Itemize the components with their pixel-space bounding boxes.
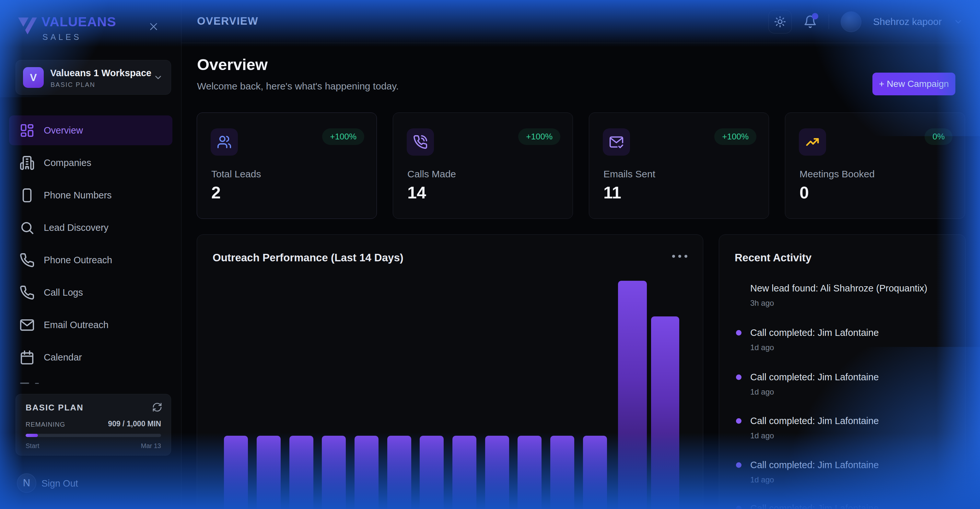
valueans-logo-icon [18,17,38,36]
workspace-avatar: V [23,67,44,88]
theme-toggle-button[interactable] [768,10,792,34]
plan-usage-card: BASIC PLAN REMAINING 909 / 1,000 MIN Sta… [16,394,171,455]
sidebar-item-lead-discovery[interactable]: Lead Discovery [9,213,172,243]
stat-value: 14 [407,183,426,202]
chevron-down-icon[interactable] [953,17,963,27]
sidebar-item-phone-numbers[interactable]: Phone Numbers [9,180,172,210]
clipped-nav-item-sliver [35,383,39,384]
activity-time: 1d ago [750,343,774,352]
dashboard-icon [19,123,35,138]
sidebar-item-calendar[interactable]: Calendar [9,342,172,372]
workspace-name: Valueans 1 Workspace [50,68,151,78]
page-subtitle: Welcome back, here's what's happening to… [197,81,399,92]
sidebar-item-label: Email Outreach [44,320,108,330]
sidebar-item-label: Calendar [44,352,82,363]
chart-bar [517,436,541,509]
phone-icon [19,285,35,300]
stat-change-badge: +100% [322,128,364,145]
sidebar-item-overview[interactable]: Overview [9,115,172,145]
sidebar-item-label: Companies [44,158,91,168]
sidebar-item-phone-outreach[interactable]: Phone Outreach [9,245,172,275]
sidebar-item-label: Phone Outreach [44,255,112,265]
chevron-down-icon [153,73,163,82]
page-title: Overview [197,56,268,73]
sidebar: VALUEANS SALES V Valueans 1 Workspace BA… [0,0,181,509]
sign-out-label: Sign Out [41,478,78,489]
activity-dot-icon [736,418,741,424]
activity-text: Call completed: Jim Lafontaine [750,327,879,338]
remaining-label: REMAINING [25,421,65,428]
activity-text: Call completed: Jim Lafontaine [750,503,879,509]
sidebar-item-email-outreach[interactable]: Email Outreach [9,310,172,340]
chart-bar [387,436,411,509]
chart-bar [355,436,379,509]
sidebar-item-companies[interactable]: Companies [9,148,172,178]
stat-icon-tile [603,128,630,156]
recent-activity-card: Recent Activity New lead found: Ali Shah… [719,235,966,509]
new-campaign-button[interactable]: + New Campaign [872,73,955,95]
bar-chart [197,235,703,509]
workspace-selector[interactable]: V Valueans 1 Workspace BASIC PLAN [16,60,171,95]
sidebar-item-label: Phone Numbers [44,190,112,201]
chart-bar [651,316,679,509]
chart-bar [322,436,346,509]
user-avatar-small: N [17,473,36,493]
activity-time: 1d ago [750,431,774,440]
stat-card-total-leads: +100% Total Leads 2 [197,113,377,219]
plan-end-date: Mar 13 [141,442,161,450]
activity-time: 1d ago [750,475,774,484]
chart-bar [224,436,248,509]
phone-call-icon [413,134,428,150]
user-avatar[interactable] [841,11,861,32]
header-actions: Shehroz kapoor [768,0,963,43]
brand-tagline: SALES [43,32,82,42]
users-icon [217,134,232,150]
chart-bar [452,436,476,509]
activity-dot-icon [736,375,741,380]
activity-time: 3h ago [750,298,774,308]
stat-change-badge: +100% [518,128,560,145]
usage-progress-fill [25,434,38,437]
activity-dot-icon [736,506,741,509]
activity-dot-icon [736,462,741,468]
mail-icon [19,318,35,333]
sidebar-item-call-logs[interactable]: Call Logs [9,278,172,307]
activity-text: Call completed: Jim Lafontaine [750,416,879,426]
header-divider [829,14,829,29]
header-title: OVERVIEW [197,15,258,27]
close-sidebar-icon[interactable] [146,19,161,34]
stat-card-meetings-booked: 0% Meetings Booked 0 [785,113,965,219]
chart-bar [618,281,647,509]
stat-change-badge: +100% [714,128,756,145]
sidebar-item-label: Lead Discovery [44,222,108,233]
brand-name: VALUEANS [41,14,116,29]
sign-out-button[interactable]: N Sign Out [0,469,181,499]
plan-title: BASIC PLAN [25,403,84,413]
plan-start-label: Start [25,442,39,450]
trending-up-icon [805,134,820,150]
chart-bar [290,436,313,509]
remaining-value: 909 / 1,000 MIN [108,420,161,428]
activity-time: 1d ago [750,388,774,396]
phone-icon [19,252,35,268]
notifications-button[interactable] [803,15,817,29]
stat-label: Calls Made [407,169,456,180]
outreach-performance-chart-card: Outreach Performance (Last 14 Days) [197,235,703,509]
usage-progress-bar [25,434,161,437]
calendar-icon [19,350,35,365]
chart-bar [420,436,444,509]
sidebar-item-label: Call Logs [44,287,83,298]
main-content: Overview Welcome back, here's what's hap… [181,43,980,509]
activity-dot-icon [736,330,741,335]
refresh-icon[interactable] [152,402,162,412]
workspace-plan: BASIC PLAN [51,81,95,88]
clipped-nav-item-sliver [20,383,29,384]
stat-icon-tile [211,128,238,156]
chart-bar [485,436,509,509]
stat-label: Total Leads [211,169,261,180]
user-name[interactable]: Shehroz kapoor [873,16,942,27]
activity-title: Recent Activity [735,252,811,264]
activity-text: New lead found: Ali Shahroze (Proquantix… [750,283,927,294]
building-icon [19,155,35,171]
search-icon [19,220,35,235]
